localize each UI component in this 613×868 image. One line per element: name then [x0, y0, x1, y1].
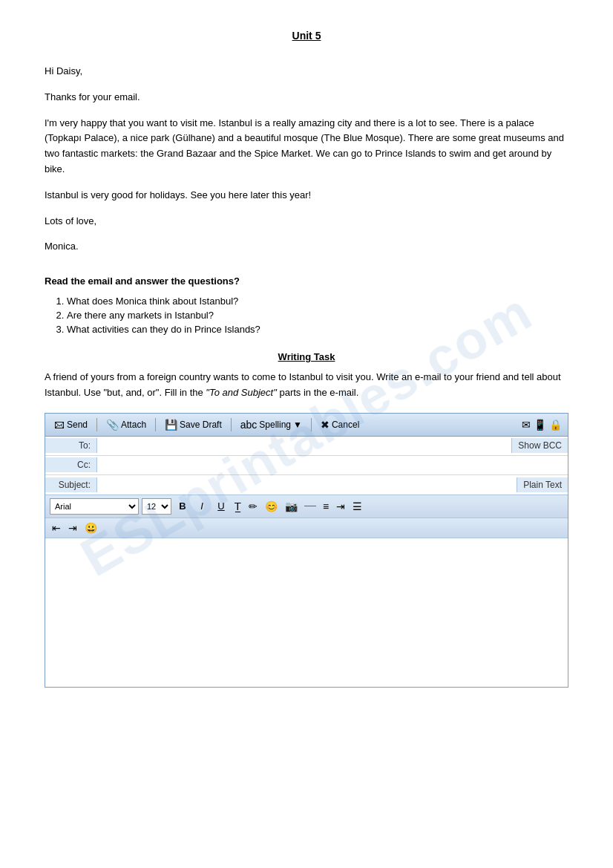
- to-input[interactable]: [97, 438, 511, 453]
- save-draft-button[interactable]: 💾 Save Draft: [162, 417, 225, 432]
- page-title: Unit 5: [45, 30, 568, 42]
- writing-task-title: Writing Task: [45, 351, 568, 362]
- spelling-button[interactable]: abc Spelling ▼: [237, 417, 305, 432]
- format-divider-1: [304, 506, 316, 506]
- show-bcc-label[interactable]: Show BCC: [511, 438, 568, 453]
- phone-icon[interactable]: 📱: [534, 419, 546, 431]
- cancel-icon: ✖: [321, 419, 330, 431]
- smiley-icon[interactable]: 😀: [82, 521, 99, 535]
- font-select[interactable]: Arial Times New Roman Verdana: [50, 498, 139, 515]
- save-draft-label: Save Draft: [180, 420, 222, 430]
- spelling-dropdown-icon: ▼: [293, 420, 302, 430]
- emoji-icon[interactable]: 😊: [263, 500, 280, 513]
- spelling-icon: abc: [240, 419, 258, 431]
- questions-list: What does Monica think about Istanbul? A…: [67, 296, 568, 335]
- format-bar-2: ⇤ ⇥ 😀: [45, 518, 568, 538]
- bold-button[interactable]: B: [174, 498, 191, 515]
- questions-title: Read the email and answer the questions?: [45, 275, 568, 287]
- letter-istanbul: Istanbul is very good for holidays. See …: [45, 188, 568, 203]
- indent-icon[interactable]: ⇥: [334, 500, 347, 513]
- toolbar-right-icons: ✉ 📱 🔒: [522, 419, 562, 431]
- send-label: Send: [67, 420, 88, 430]
- spelling-label: Spelling: [259, 420, 291, 430]
- toolbar-divider-4: [311, 418, 312, 431]
- letter-signature: Monica.: [45, 239, 568, 255]
- toolbar-divider-2: [155, 418, 156, 431]
- indent-right-icon[interactable]: ⇥: [66, 521, 79, 535]
- send-icon: 🖂: [54, 419, 65, 431]
- cancel-label: Cancel: [332, 420, 359, 430]
- cancel-button[interactable]: ✖ Cancel: [318, 417, 362, 432]
- list-item: Are there any markets in Istanbul?: [67, 310, 568, 321]
- email-fields: To: Show BCC Cc: Subject: Plain Text: [45, 437, 568, 495]
- save-icon: 💾: [165, 419, 177, 431]
- attach-button[interactable]: 📎 Attach: [103, 417, 149, 432]
- font-size-select[interactable]: 12 10 14 16 18: [142, 498, 171, 515]
- toolbar-divider-3: [231, 418, 232, 431]
- letter-body: I'm very happy that you want to visit me…: [45, 116, 568, 177]
- writing-task-desc: A friend of yours from a foreign country…: [45, 370, 568, 401]
- attach-inline-icon[interactable]: 📷: [283, 500, 300, 513]
- subject-label: Subject:: [45, 477, 97, 492]
- font-color-icon[interactable]: T̲: [232, 500, 243, 513]
- attach-icon: 📎: [106, 419, 119, 431]
- list-item: What activities can they do in Prince Is…: [67, 324, 568, 335]
- email-toolbar: 🖂 Send 📎 Attach 💾 Save Draft abc Spellin…: [45, 414, 568, 437]
- envelope-icon[interactable]: ✉: [522, 419, 531, 431]
- underline-button[interactable]: U: [213, 498, 229, 515]
- to-label: To:: [45, 438, 97, 453]
- highlight-icon[interactable]: ✏: [246, 500, 260, 513]
- toolbar-divider-1: [96, 418, 97, 431]
- lock-icon[interactable]: 🔒: [549, 419, 562, 431]
- letter-greeting: Hi Daisy,: [45, 64, 568, 79]
- format-bar-1: Arial Times New Roman Verdana 12 10 14 1…: [45, 495, 568, 518]
- letter-closing: Lots of love,: [45, 214, 568, 229]
- plain-text-label[interactable]: Plain Text: [517, 477, 568, 492]
- cc-input[interactable]: [97, 457, 568, 472]
- indent-left-icon[interactable]: ⇤: [50, 521, 63, 535]
- email-body[interactable]: [45, 538, 568, 687]
- italic-button[interactable]: I: [194, 498, 210, 515]
- to-field-row: To: Show BCC: [45, 437, 568, 456]
- list-item: What does Monica think about Istanbul?: [67, 296, 568, 307]
- writing-task-section: Writing Task A friend of yours from a fo…: [45, 351, 568, 688]
- questions-section: Read the email and answer the questions?…: [45, 275, 568, 335]
- subject-input[interactable]: [97, 477, 517, 492]
- email-compose: 🖂 Send 📎 Attach 💾 Save Draft abc Spellin…: [45, 413, 568, 688]
- send-button[interactable]: 🖂 Send: [51, 417, 91, 432]
- attach-label: Attach: [121, 420, 146, 430]
- align-icon[interactable]: ≡: [321, 500, 331, 513]
- letter-thanks: Thanks for your email.: [45, 90, 568, 105]
- subject-field-row: Subject: Plain Text: [45, 475, 568, 495]
- list-icon[interactable]: ☰: [350, 500, 364, 513]
- cc-label: Cc:: [45, 457, 97, 472]
- cc-field-row: Cc:: [45, 456, 568, 475]
